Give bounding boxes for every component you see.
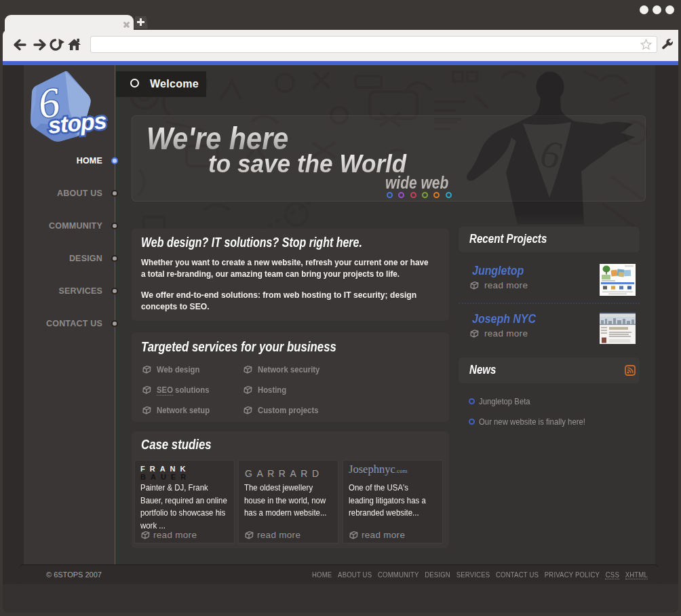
- svg-text:stops: stops: [47, 107, 107, 138]
